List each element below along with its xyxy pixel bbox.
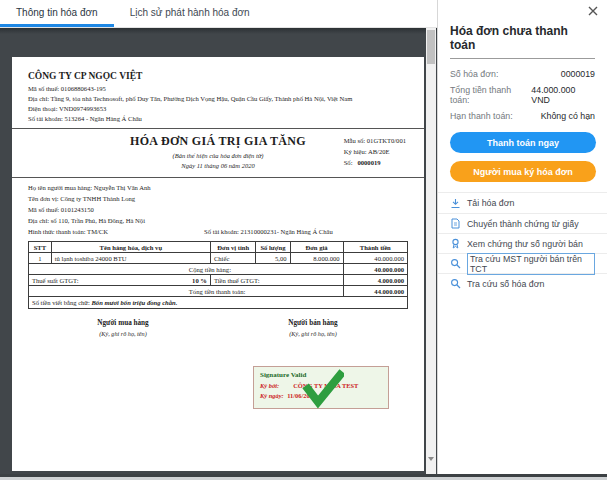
tab-label: Lịch sử phát hành hóa đơn <box>130 7 250 18</box>
buyer-bank-account: Số tài khoản: 21310000231- Ngân Hàng Á C… <box>204 226 333 237</box>
amount-in-words: Số tiền viết bằng chữ: Bốn mươi bốn triệ… <box>28 297 408 309</box>
link-label: Tải hóa đơn <box>467 198 514 208</box>
total-value: 44.000.000 <box>343 286 407 297</box>
col-unit-price: Đơn giá <box>290 242 343 253</box>
col-amount: Thành tiền <box>343 242 407 253</box>
buyer-sign-invoice-button[interactable]: Người mua ký hóa đơn <box>450 161 596 182</box>
link-label: Xem chứng thư số người bán <box>467 239 583 249</box>
amount-words-value: Bốn mươi bốn triệu đồng chẵn. <box>91 299 177 306</box>
invoice-viewer-window: Thông tin hóa đơn Lịch sử phát hành hóa … <box>0 0 607 480</box>
invoice-title-block: HÓA ĐƠN GIÁ TRỊ GIA TĂNG (Bản thể hiện c… <box>28 129 408 173</box>
cell-unit-price: 8.000.000 <box>290 253 343 264</box>
lookup-invoice-number-link[interactable]: Tra cứu số hóa đơn <box>438 273 607 293</box>
cell-stt: 1 <box>29 253 52 264</box>
digital-signature-stamp: Signature Valid Ký bởi:CÔNG TY MISA TEST… <box>253 366 389 409</box>
seller-phone: Điện thoại: VND0974993653 <box>28 104 408 114</box>
green-checkmark-icon <box>302 369 344 409</box>
item-row: 1 tủ lạnh toshiba 24000 BTU Chiếc 5,00 8… <box>29 253 408 264</box>
seller-address: Địa chỉ: Tầng 9, tòa nhà Technosoft, phố… <box>28 94 408 104</box>
search-icon <box>450 258 461 269</box>
vat-rate-value: 10 % <box>192 277 207 284</box>
download-icon <box>450 198 461 209</box>
document-viewer: CÔNG TY CP NGỌC VIỆT Mã số thuế: 0106880… <box>0 28 437 474</box>
cell-quantity: 5,00 <box>256 253 290 264</box>
tab-label: Thông tin hóa đơn <box>16 7 98 18</box>
seller-sign-note: (Ký, ghi rõ họ, tên) <box>218 330 408 337</box>
buyer-address: Địa chỉ: số 110, Trần Phú, Hà Đông, Hà N… <box>28 215 408 226</box>
invoice-page: CÔNG TY CP NGỌC VIỆT Mã số thuế: 0106880… <box>12 57 424 471</box>
invoice-info-rows: Số hóa đơn: 0000019 Tổng tiền thanh toán… <box>450 63 595 126</box>
vat-row: Thuế suất GTGT:10 % Tiền thuế GTGT: 4.00… <box>29 275 408 286</box>
tab-invoice-info[interactable]: Thông tin hóa đơn <box>0 0 114 27</box>
signature-row: Người mua hàng (Ký, ghi rõ họ, tên) Ngườ… <box>28 319 408 337</box>
convert-to-paper-link[interactable]: Chuyển thành chứng từ giấy <box>438 213 607 233</box>
col-stt: STT <box>29 242 52 253</box>
total-row: Tổng tiền thanh toán: 44.000.000 <box>29 286 408 297</box>
certificate-icon <box>450 238 461 249</box>
viewer-top-shadow <box>0 28 437 34</box>
paper-document-icon <box>450 218 461 229</box>
buyer-sign-title: Người mua hàng <box>28 319 218 327</box>
seller-name: CÔNG TY CP NGỌC VIỆT <box>28 71 408 81</box>
col-unit: Đơn vị tính <box>210 242 255 253</box>
meta-number: Số: 0000019 <box>344 157 406 168</box>
lookup-seller-tax-id-link[interactable]: Tra cứu MST người bán trên TCT <box>438 253 607 273</box>
subtotal-label: Cộng tiền hàng: <box>189 266 231 273</box>
close-icon[interactable] <box>587 5 599 17</box>
subtotal-row: Cộng tiền hàng: 40.000.000 <box>29 264 408 275</box>
info-row-total-amount: Tổng tiền thanh toán: 44.000.000 VND <box>450 84 595 105</box>
payment-sidebar: Hóa đơn chưa thanh toán Số hóa đơn: 0000… <box>437 0 607 474</box>
seller-block: CÔNG TY CP NGỌC VIỆT Mã số thuế: 0106880… <box>28 71 408 124</box>
tab-issue-history[interactable]: Lịch sử phát hành hóa đơn <box>114 0 266 27</box>
viewer-scrollbar[interactable] <box>426 28 436 474</box>
search-icon <box>450 278 461 289</box>
buyer-name: Họ tên người mua hàng: Nguyễn Thị Vân An… <box>28 182 408 193</box>
action-links: Tải hóa đơn Chuyển thành chứng từ giấy X… <box>438 192 607 293</box>
scrollbar-thumb[interactable] <box>427 30 435 64</box>
table-header-row: STT Tên hàng hóa, dịch vụ Đơn vị tính Số… <box>29 242 408 253</box>
download-invoice-link[interactable]: Tải hóa đơn <box>438 193 607 213</box>
col-item-name: Tên hàng hóa, dịch vụ <box>51 242 210 253</box>
meta-serial: Ký hiệu: AB/20E <box>344 146 406 157</box>
buyer-block: Họ tên người mua hàng: Nguyễn Thị Vân An… <box>28 182 408 237</box>
items-table: STT Tên hàng hóa, dịch vụ Đơn vị tính Số… <box>28 241 408 297</box>
cell-unit: Chiếc <box>210 253 255 264</box>
invoice-meta: Mẫu số: 01GTKT0/001 Ký hiệu: AB/20E Số: … <box>344 135 406 168</box>
buyer-company: Tên đơn vị: Công ty TNHH Thành Long <box>28 193 408 204</box>
link-label: Tra cứu số hóa đơn <box>467 279 544 289</box>
meta-form: Mẫu số: 01GTKT0/001 <box>344 135 406 146</box>
seller-sign-title: Người bán hàng <box>218 319 408 327</box>
payment-method: Hình thức thanh toán: TM/CK <box>28 226 108 237</box>
seller-signature-area: Người bán hàng (Ký, ghi rõ họ, tên) <box>218 319 408 337</box>
tab-bar: Thông tin hóa đơn Lịch sử phát hành hóa … <box>0 0 437 28</box>
col-quantity: Số lượng <box>256 242 290 253</box>
vat-value: 4.000.000 <box>343 275 407 286</box>
seller-tax-code: Mã số thuế: 0106880643-195 <box>28 84 408 94</box>
buyer-sign-note: (Ký, ghi rõ họ, tên) <box>28 330 218 337</box>
cell-amount: 40.000.000 <box>343 253 407 264</box>
sidebar-title: Hóa đơn chưa thanh toán <box>450 24 595 59</box>
divider <box>12 177 424 178</box>
scrollbar-down-arrow-icon[interactable] <box>428 457 434 461</box>
pay-now-button[interactable]: Thanh toán ngay <box>450 132 596 153</box>
info-row-due-date: Hạn thanh toán: Không có hạn <box>450 105 595 126</box>
link-label: Tra cứu MST người bán trên TCT <box>467 253 595 275</box>
seller-bank-account: Số tài khoản: 513264 - Ngân Hàng Á Châu <box>28 114 408 124</box>
buyer-signature-area: Người mua hàng (Ký, ghi rõ họ, tên) <box>28 319 218 337</box>
link-label: Chuyển thành chứng từ giấy <box>467 219 579 229</box>
view-seller-certificate-link[interactable]: Xem chứng thư số người bán <box>438 233 607 253</box>
vat-rate-label: Thuế suất GTGT: <box>32 277 79 284</box>
buyer-tax-code: Mã số thuế: 0101243150 <box>28 204 408 215</box>
subtotal-value: 40.000.000 <box>343 264 407 275</box>
amount-words-label: Số tiền viết bằng chữ: <box>32 299 90 306</box>
info-row-invoice-number: Số hóa đơn: 0000019 <box>450 63 595 84</box>
buyer-payment-line: Hình thức thanh toán: TM/CK Số tài khoản… <box>28 226 408 237</box>
cell-item-name: tủ lạnh toshiba 24000 BTU <box>51 253 210 264</box>
total-label: Tổng tiền thanh toán: <box>189 288 246 295</box>
vat-label: Tiền thuế GTGT: <box>210 275 343 286</box>
